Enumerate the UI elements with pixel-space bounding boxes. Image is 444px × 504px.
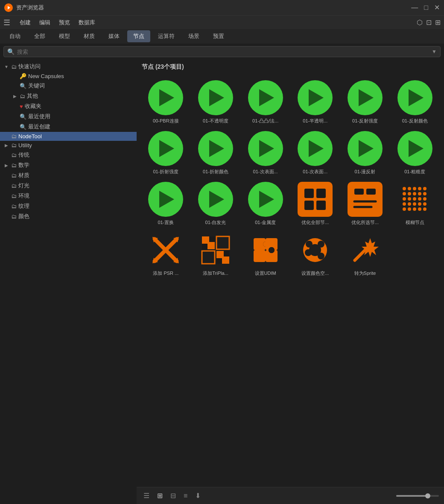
grid-item-emission[interactable]: 01-自发光 [192,179,240,228]
grid-item-tosprite[interactable]: 转为Sprite [341,230,389,279]
folder-icon: 🗂 [11,142,17,149]
sidebar-item-traditional[interactable]: 🗂 传统 [0,150,137,160]
grid-item-fuzzy[interactable]: 模糊节点 [391,179,439,228]
grid-item-refractstr[interactable]: 01-折射强度 [142,128,190,178]
sidebar-item-utility[interactable]: ▶ 🗂 Utility [0,141,137,150]
toggle-icon: ▶ [3,143,9,149]
grid-item-setudim[interactable]: 设置UDIM [241,230,289,279]
tab-material[interactable]: 材质 [78,30,101,42]
sidebar-item-nodetool[interactable]: 🗂 NodeTool [0,132,137,141]
grid-item-diffuse[interactable]: 01-漫反射 [341,128,389,178]
tab-preset[interactable]: 预置 [207,30,230,42]
maximize-button[interactable]: □ [424,4,428,11]
sidebar-item-math[interactable]: ▶ 🗂 数学 [0,160,137,170]
grid-item-refractcol[interactable]: 01-折射颜色 [192,128,240,178]
grid-label: 添加 PSR ... [153,270,178,277]
sidebar-label: 最近创建 [28,123,50,131]
sort-icon[interactable]: ≡ [182,490,189,501]
svg-point-47 [413,207,416,211]
toggle-spacer [12,114,18,119]
grid-item-reflectcol[interactable]: 01-反射颜色 [391,78,439,127]
sidebar-item-light[interactable]: 🗂 灯光 [0,181,137,191]
folder-icon: 🗂 [11,152,17,158]
node-icon-addtri [198,233,233,268]
svg-rect-64 [216,251,222,256]
tab-media[interactable]: 媒体 [102,30,126,42]
grid-item-bump[interactable]: 01-凸凸/法... [241,78,289,127]
grid-item-setcolorspace[interactable]: 设置颜色空... [291,230,339,279]
sidebar-label: 其他 [27,92,38,100]
sidebar-item-keywords[interactable]: 🔍 关键词 [0,81,137,91]
svg-point-41 [408,202,411,206]
stack-icon[interactable]: ⬡ [417,18,423,26]
layout-icon[interactable]: ⊡ [426,18,432,26]
grid-item-optall[interactable]: 优化全部节... [291,179,339,228]
download-icon[interactable]: ⬇ [193,490,202,501]
svg-point-28 [418,187,421,190]
grid-label: 设置颜色空... [301,270,329,277]
grid-label: 01-金属度 [255,219,276,226]
grid-item-addtri[interactable]: 添加TriPla... [192,230,240,279]
grid-item-subsurface2[interactable]: 01-次表面... [291,128,339,178]
tab-model[interactable]: 模型 [53,30,76,42]
minimize-button[interactable]: — [411,4,418,11]
sidebar-item-material[interactable]: 🗂 材质 [0,170,137,181]
search-wrap[interactable]: 🔍 ▼ [3,46,441,57]
grid-item-displacement[interactable]: 01-置换 [142,179,190,228]
grid-label: 转为Sprite [354,270,376,277]
search-icon: 🔍 [20,114,26,120]
close-button[interactable]: ✕ [434,4,440,11]
menu-edit[interactable]: 编辑 [35,17,55,28]
grid-label: 01-折射颜色 [203,169,228,175]
grid-view-icon[interactable]: ⊞ [155,490,164,501]
grid-icon[interactable]: ⊞ [435,18,441,26]
grid-item-subsurface1[interactable]: 01-次表面... [241,128,289,178]
svg-rect-72 [254,250,266,262]
menu-create[interactable]: 创建 [15,17,35,28]
sidebar-item-texture[interactable]: 🗂 纹理 [0,201,137,211]
tab-scene[interactable]: 场景 [182,30,205,42]
grid-item-semitrans[interactable]: 01-半透明... [291,78,339,127]
search-input[interactable] [17,49,430,55]
grid-item-reflectstr[interactable]: 01-反射强度 [341,78,389,127]
sidebar-label: 传统 [18,151,29,159]
svg-point-34 [423,192,426,195]
sidebar-item-recent-created[interactable]: 🔍 最近创建 [0,122,137,132]
grid-small-icon[interactable]: ⊟ [169,490,178,501]
grid-item-pbr[interactable]: 00-PBR连接 [142,78,190,127]
svg-point-81 [318,253,324,259]
grid-item-roughness[interactable]: 01-粗糙度 [391,128,439,178]
slider-track[interactable] [396,495,439,497]
svg-point-33 [418,192,421,195]
sidebar-label: Utility [18,142,32,149]
grid-label: 优化所选节... [351,219,379,226]
tab-node[interactable]: 节点 [127,30,150,42]
grid-item-metalness[interactable]: 01-金属度 [241,179,289,228]
sidebar-item-recent-used[interactable]: 🔍 最近使用 [0,111,137,122]
sidebar-label: 收藏夹 [25,102,41,110]
svg-point-40 [403,202,406,206]
menu-preview[interactable]: 预览 [55,17,74,28]
sidebar-item-favorites[interactable]: ♥ 收藏夹 [0,101,137,111]
svg-point-46 [408,207,411,211]
sidebar-item-quick-access[interactable]: ▼ 🗂 快速访问 [0,61,137,72]
tab-all[interactable]: 全部 [28,30,51,42]
node-icon-setudim [248,233,283,268]
sidebar-item-new-capsules[interactable]: 🔑 New Capsules [0,72,137,81]
search-dropdown-icon[interactable]: ▼ [432,49,437,55]
list-view-icon[interactable]: ☰ [142,490,151,501]
node-icon-semitrans [298,80,333,115]
sidebar-item-others[interactable]: ▶ 🗂 其他 [0,91,137,101]
sidebar-item-color[interactable]: 🗂 颜色 [0,211,137,221]
sidebar-item-env[interactable]: 🗂 环境 [0,191,137,201]
slider-thumb[interactable] [425,493,430,498]
node-icon-metalness [248,182,283,217]
hamburger-icon[interactable]: ☰ [3,18,10,27]
grid-item-optsel[interactable]: 优化所选节... [341,179,389,228]
grid-item-opacity[interactable]: 01-不透明度 [192,78,240,127]
grid-item-addpsr[interactable]: 添加 PSR ... [142,230,190,279]
bottom-bar: ☰ ⊞ ⊟ ≡ ⬇ [137,487,444,504]
tab-auto[interactable]: 自动 [3,30,26,42]
menu-database[interactable]: 数据库 [74,17,99,28]
tab-operator[interactable]: 运算符 [152,30,181,42]
